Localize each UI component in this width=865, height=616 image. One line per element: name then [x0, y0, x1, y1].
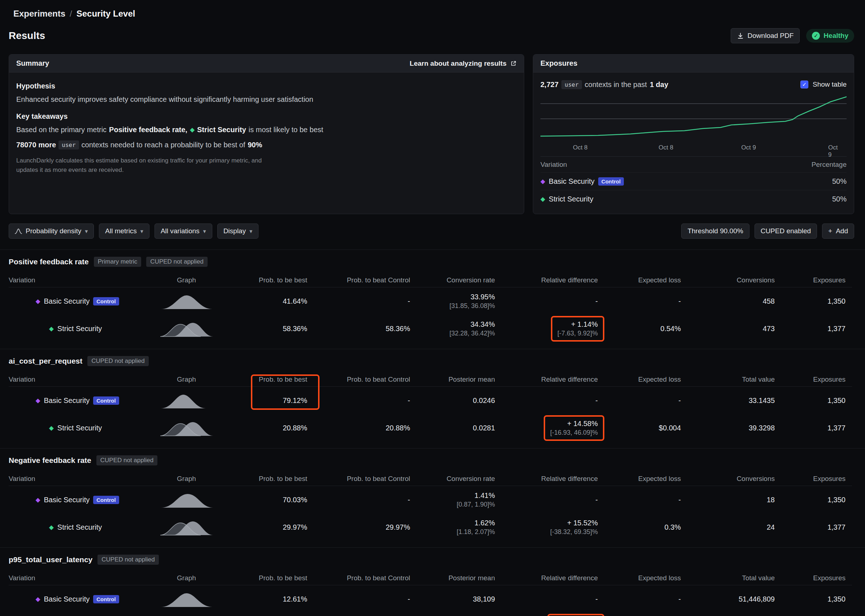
primary-metric-badge: Primary metric [94, 257, 141, 267]
summary-footnote: LaunchDarkly calculates this estimate ba… [16, 156, 516, 175]
variation-diamond-icon: ◆ [35, 497, 40, 503]
external-link-icon [510, 60, 516, 67]
metric-section-positive-feedback-rate: Positive feedback rate Primary metric CU… [0, 250, 865, 349]
variation-diamond-icon: ◆ [35, 398, 40, 404]
show-table-checkbox[interactable]: ✓ [801, 80, 808, 88]
variation-diamond-icon: ◆ [49, 326, 54, 332]
chart-type-dropdown[interactable]: Probability density ▾ [9, 223, 94, 239]
exposures-row-basic-security: ◆ Basic Security Control 50% [540, 172, 846, 190]
metric-table: Variation Graph Prob. to be best Prob. t… [9, 372, 854, 442]
breadcrumb-separator: / [70, 9, 72, 19]
page-title: Results [9, 30, 45, 41]
exposures-x-axis: Oct 8 Oct 8 Oct 9 Oct 9 [540, 144, 846, 154]
hypothesis-label: Hypothesis [16, 82, 516, 90]
cuped-badge: CUPED not applied [97, 555, 159, 565]
control-badge: Control [93, 496, 119, 504]
display-dropdown[interactable]: Display ▾ [217, 223, 259, 239]
cuped-badge: CUPED not applied [146, 257, 207, 267]
distribution-graph [146, 486, 227, 514]
metrics-filter-dropdown[interactable]: All metrics ▾ [99, 223, 149, 239]
exposures-title: Exposures [540, 59, 577, 68]
metric-section-ai-cost-per-request: ai_cost_per_request CUPED not applied Va… [0, 349, 865, 448]
variation-diamond-icon: ◆ [540, 178, 545, 184]
metric-section-negative-feedback-rate: Negative feedback rate CUPED not applied… [0, 448, 865, 547]
cuped-badge: CUPED not applied [87, 356, 148, 366]
table-row-variation: ◆ Strict Security [9, 514, 146, 541]
download-icon [737, 32, 744, 39]
add-button[interactable]: + Add [822, 223, 854, 239]
hypothesis-text: Enhanced security improves safety compli… [16, 95, 516, 104]
distribution-graph [146, 514, 227, 541]
distribution-graph [146, 613, 227, 616]
key-takeaways-label: Key takeaways [16, 112, 516, 121]
show-table-label: Show table [813, 80, 846, 88]
results-header: Results Download PDF ✓ Healthy [9, 28, 854, 43]
distribution-graph [146, 414, 227, 442]
control-badge: Control [93, 297, 119, 305]
table-row-variation: ◆ Strict Security [9, 315, 146, 342]
relative-difference-highlighted: -35.90%[-73.32, 1.52]% [501, 613, 604, 616]
distribution-graph [146, 585, 227, 613]
breadcrumb-experiments[interactable]: Experiments [13, 9, 65, 19]
context-kind-chip: user [561, 80, 582, 89]
table-row-variation: ◆ Basic Security Control [9, 387, 146, 414]
variation-diamond-icon: ◆ [190, 127, 195, 133]
context-kind-chip: user [58, 140, 79, 149]
summary-card: Summary Learn about analyzing results Hy… [9, 54, 524, 214]
metric-section-p95-total-user-latency: p95_total_user_latency CUPED not applied… [0, 547, 865, 616]
variation-diamond-icon: ◆ [540, 196, 545, 202]
metric-title: Positive feedback rate [9, 258, 89, 266]
takeaway-primary-metric: Based on the primary metric Positive fee… [16, 126, 516, 134]
table-row-variation: ◆ Basic Security Control [9, 585, 146, 613]
summary-title: Summary [16, 59, 49, 68]
health-check-icon: ✓ [812, 32, 820, 40]
control-badge: Control [93, 396, 119, 405]
control-badge: Control [93, 595, 119, 603]
chevron-down-icon: ▾ [250, 228, 252, 235]
relative-difference-highlighted: + 14.58%[-16.93, 46.09]% [501, 414, 604, 442]
threshold-button[interactable]: Threshold 90.00% [681, 223, 749, 239]
metric-title: ai_cost_per_request [9, 357, 82, 365]
relative-difference-highlighted: + 1.14%[-7.63, 9.92]% [501, 315, 604, 342]
metric-title: Negative feedback rate [9, 456, 91, 465]
chevron-down-icon: ▾ [203, 228, 206, 235]
download-pdf-label: Download PDF [748, 32, 794, 40]
metric-table: Variation Graph Prob. to be best Prob. t… [9, 273, 854, 342]
breadcrumb: Experiments / Security Level [13, 9, 854, 19]
health-status-label: Healthy [824, 32, 848, 40]
cuped-badge: CUPED not applied [96, 455, 157, 465]
variation-diamond-icon: ◆ [35, 596, 40, 602]
learn-about-results-link[interactable]: Learn about analyzing results [410, 60, 516, 68]
variation-diamond-icon: ◆ [49, 524, 54, 530]
distribution-graph [146, 387, 227, 414]
download-pdf-button[interactable]: Download PDF [731, 28, 800, 43]
metric-table: Variation Graph Prob. to be best Prob. t… [9, 571, 854, 616]
plus-icon: + [828, 227, 832, 235]
exposures-count-row: 2,727 user contexts in the past 1 day ✓ … [540, 79, 846, 91]
table-row-variation: ◆ Strict Security [9, 414, 146, 442]
variations-filter-dropdown[interactable]: All variations ▾ [154, 223, 212, 239]
metric-title: p95_total_user_latency [9, 555, 93, 564]
chevron-down-icon: ▾ [85, 228, 88, 235]
table-row-variation: ◆ Basic Security Control [9, 486, 146, 514]
takeaway-sample-size: 78070 more user contexts needed to reach… [16, 140, 516, 149]
variation-diamond-icon: ◆ [35, 298, 40, 304]
cuped-enabled-button[interactable]: CUPED enabled [755, 223, 817, 239]
table-row-variation: ◆ Strict Security [9, 613, 146, 616]
breadcrumb-current-page: Security Level [77, 9, 135, 19]
exposures-line-chart [540, 96, 846, 143]
variation-diamond-icon: ◆ [49, 425, 54, 431]
control-badge: Control [598, 177, 624, 185]
distribution-graph [146, 315, 227, 342]
results-toolbar: Probability density ▾ All metrics ▾ All … [9, 223, 854, 239]
exposures-table-header: Variation Percentage [540, 156, 846, 172]
distribution-graph [146, 288, 227, 315]
exposures-card: Exposures 2,727 user contexts in the pas… [533, 54, 854, 214]
exposures-row-strict-security: ◆ Strict Security 50% [540, 190, 846, 207]
chevron-down-icon: ▾ [140, 228, 143, 235]
density-curve-icon [15, 228, 22, 234]
status-badge: ✓ Healthy [806, 29, 854, 42]
table-row-variation: ◆ Basic Security Control [9, 288, 146, 315]
metric-table: Variation Graph Prob. to be best Prob. t… [9, 471, 854, 541]
